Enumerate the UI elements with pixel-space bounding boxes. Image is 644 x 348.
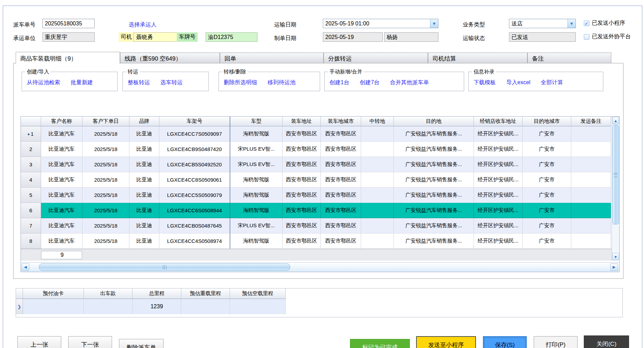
cell-brand[interactable]: 比亚迪 (129, 188, 159, 203)
cell-dealer_address[interactable]: 经开区护安镇民... (474, 142, 523, 157)
cell-destination[interactable]: 广安锐益汽车销售服务... (394, 203, 474, 218)
cell-dealer_address[interactable]: 经开区护安镇民... (474, 203, 523, 218)
cell-load_address[interactable]: 西安市鄠邑区 (283, 157, 321, 172)
summary-cell[interactable] (230, 299, 286, 314)
cell-load_address[interactable]: 西安市鄠邑区 (283, 218, 321, 234)
column-header-vin[interactable]: 车架号 (159, 117, 230, 126)
cell-ship_remark[interactable] (571, 126, 611, 142)
tab-2[interactable]: 线路（重590 空649） (120, 53, 220, 63)
cell-brand[interactable]: 比亚迪 (129, 172, 159, 188)
cell-transit[interactable] (361, 172, 394, 188)
cell-vin[interactable]: LGXCE4CC5S0509079 (159, 188, 230, 203)
dispatch-no-input[interactable]: 202505180035 (42, 19, 95, 28)
cell-vin[interactable]: LGXCE4CB0S0487645 (159, 218, 230, 234)
cell-order_date[interactable]: 2025/5/18 (82, 157, 129, 172)
cell-ship_remark[interactable] (571, 172, 611, 188)
cell-ship_remark[interactable] (571, 188, 611, 203)
cell-dealer_address[interactable]: 经开区护安镇民... (474, 188, 523, 203)
summary-cell[interactable] (84, 299, 133, 314)
cell-brand[interactable]: 比亚迪 (129, 142, 159, 157)
row-indicator[interactable]: 8 (21, 234, 41, 249)
cell-ship_remark[interactable] (571, 142, 611, 157)
cell-vin[interactable]: LGXCE4CC4S0508974 (159, 234, 230, 249)
cell-destination[interactable]: 广安锐益汽车销售服务... (394, 218, 474, 234)
cell-brand[interactable]: 比亚迪 (129, 157, 159, 172)
cell-dealer_address[interactable]: 经开区护安镇民... (474, 172, 523, 188)
table-row[interactable]: ▸1比亚迪汽车2025/5/18比亚迪LGXCE4CC7S0509097海鸥智驾… (21, 126, 612, 142)
column-header-ship_remark[interactable]: 发运备注 (571, 117, 611, 126)
cell-customer[interactable]: 比亚迪汽车 (41, 172, 82, 188)
cell-dest_city[interactable]: 广安市 (523, 157, 571, 172)
toolbar-link[interactable]: 创建1台 (329, 79, 349, 86)
transport-date-combo[interactable]: 2025-05-19 01:00 ▼ (323, 19, 438, 28)
cell-dest_city[interactable]: 广安市 (523, 234, 571, 249)
column-header-load_address[interactable]: 装车地址 (283, 117, 321, 126)
cell-destination[interactable]: 广安锐益汽车销售服务... (394, 188, 474, 203)
row-indicator[interactable]: 2 (21, 142, 41, 157)
toolbar-link[interactable]: 创建7台 (360, 79, 380, 86)
cell-destination[interactable]: 广安锐益汽车销售服务... (394, 126, 474, 142)
summary-column-header[interactable]: 预付油卡 (23, 288, 84, 299)
summary-cell[interactable] (181, 299, 230, 314)
cell-dest_city[interactable]: 广安市 (523, 172, 571, 188)
summary-column-header[interactable]: 出车款 (84, 288, 133, 299)
cell-model[interactable]: 海鸥智驾版 (230, 188, 283, 203)
toolbar-link[interactable]: 整板转运 (128, 79, 150, 86)
toolbar-link[interactable]: 导入excel (506, 79, 530, 86)
toolbar-link[interactable]: 移到待运池 (268, 79, 295, 86)
cell-brand[interactable]: 比亚迪 (129, 126, 159, 142)
table-row[interactable]: 5比亚迪汽车2025/5/18比亚迪LGXCE4CC5S0509079海鸥智驾版… (21, 188, 612, 203)
toolbar-link[interactable]: 从待运池检索 (27, 79, 60, 86)
cell-dealer_address[interactable]: 经开区护安镇民... (474, 234, 523, 249)
column-header-dealer_address[interactable]: 经销店收车地址 (474, 117, 523, 126)
select-carrier-link[interactable]: 选择承运人 (129, 21, 157, 29)
cell-load_address[interactable]: 西安市鄠邑区 (283, 142, 321, 157)
column-header-load_city[interactable]: 装车地城市 (321, 117, 361, 126)
cell-dest_city[interactable]: 广安市 (523, 188, 571, 203)
cell-transit[interactable] (361, 203, 394, 218)
cell-load_city[interactable]: 西安市鄠邑区 (321, 234, 361, 249)
close-button[interactable]: 关闭(C) (584, 335, 629, 348)
cell-customer[interactable]: 比亚迪汽车 (41, 157, 82, 172)
cell-vin[interactable]: LGXCE4CC8S0509061 (159, 172, 230, 188)
cell-vin[interactable]: LGXCE4CC7S0509097 (159, 126, 230, 142)
cell-transit[interactable] (361, 157, 394, 172)
cell-order_date[interactable]: 2025/5/18 (82, 126, 129, 142)
cell-dest_city[interactable]: 广安市 (523, 142, 571, 157)
row-indicator[interactable]: 7 (21, 218, 41, 234)
vertical-scrollbar[interactable]: ▲ ▼ (612, 117, 619, 261)
print-button[interactable]: 打印(P) (534, 336, 578, 348)
cell-customer[interactable]: 比亚迪汽车 (41, 218, 82, 234)
row-indicator[interactable]: 3 (21, 157, 41, 172)
cell-model[interactable]: 宋PLUS EV智... (230, 157, 283, 172)
delete-dispatch-button[interactable]: 删除派车单 (119, 339, 164, 348)
cell-brand[interactable]: 比亚迪 (129, 234, 159, 249)
cell-load_address[interactable]: 西安市鄠邑区 (283, 234, 321, 249)
cell-model[interactable]: 宋PLUS EV智... (230, 142, 283, 157)
checkbox-checked-icon[interactable] (584, 21, 589, 26)
cell-customer[interactable]: 比亚迪汽车 (41, 188, 82, 203)
cell-order_date[interactable]: 2025/5/18 (82, 218, 129, 234)
cell-dest_city[interactable]: 广安市 (523, 126, 571, 142)
checkbox-unchecked-icon[interactable] (584, 34, 589, 40)
cell-order_date[interactable]: 2025/5/18 (82, 142, 129, 157)
cell-dealer_address[interactable]: 经开区护安镇民... (474, 126, 523, 142)
next-button[interactable]: 下一张 (68, 336, 112, 348)
summary-column-header[interactable]: 预估重载里程 (181, 288, 230, 299)
scroll-up-icon[interactable]: ▲ (612, 117, 619, 124)
toolbar-link[interactable]: 合并其他派车单 (390, 79, 429, 86)
cell-customer[interactable]: 比亚迪汽车 (41, 203, 82, 218)
cell-destination[interactable]: 广安锐益汽车销售服务... (394, 157, 474, 172)
cell-model[interactable]: 海鸥智驾版 (230, 126, 283, 142)
tab-4[interactable]: 分拨转运 (324, 53, 428, 63)
row-indicator[interactable]: 6 (21, 203, 41, 218)
cell-load_city[interactable]: 西安市鄠邑区 (321, 188, 361, 203)
toolbar-link[interactable]: 删除所选明细 (224, 79, 257, 86)
cell-destination[interactable]: 广安锐益汽车销售服务... (394, 142, 474, 157)
column-header-destination[interactable]: 目的地 (394, 117, 474, 126)
cell-ship_remark[interactable] (571, 157, 611, 172)
cell-transit[interactable] (361, 234, 394, 249)
cell-order_date[interactable]: 2025/5/18 (82, 234, 129, 249)
horizontal-scroll-thumb[interactable] (39, 263, 290, 271)
cell-customer[interactable]: 比亚迪汽车 (41, 126, 82, 142)
